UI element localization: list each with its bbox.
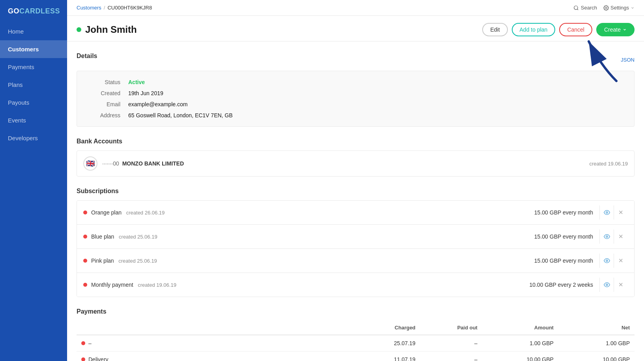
edit-button[interactable]: Edit — [482, 23, 507, 36]
breadcrumb: Customers / CU000HT6K9KJR8 — [77, 5, 573, 11]
json-link[interactable]: JSON — [621, 57, 635, 63]
logo: GOCARDLESS — [0, 0, 67, 23]
sidebar-item-developers[interactable]: Developers — [0, 129, 67, 147]
sub-name-3: Monthly payment created 19.06.19 — [91, 282, 529, 288]
payments-section-title: Payments — [77, 308, 107, 315]
sidebar-item-customers[interactable]: Customers — [0, 40, 67, 58]
payment-amount-1: 10.00 GBP — [482, 352, 558, 361]
settings-button[interactable]: Settings — [603, 5, 635, 11]
cancel-button[interactable]: Cancel — [559, 23, 592, 36]
sub-view-button-0[interactable] — [599, 205, 614, 220]
sub-amount-1: 15.00 GBP every month — [534, 233, 593, 240]
sub-name-1: Blue plan created 25.06.19 — [91, 233, 534, 240]
detail-label-created: Created — [89, 90, 120, 96]
content-area: Details JSON Status Active Created 19th … — [67, 41, 644, 361]
subscriptions-table: Orange plan created 26.06.19 15.00 GBP e… — [77, 200, 635, 297]
detail-row-address: Address 65 Goswell Road, London, EC1V 7E… — [89, 112, 622, 118]
payments-col-paidout: Paid out — [420, 321, 482, 335]
svg-point-2 — [605, 7, 607, 9]
logo-cardless: CARDLESS — [19, 7, 60, 15]
payment-amount-0: 1.00 GBP — [482, 335, 558, 352]
sidebar-item-home[interactable]: Home — [0, 23, 67, 40]
detail-row-status: Status Active — [89, 79, 622, 85]
sub-actions-2: ✕ — [599, 254, 628, 268]
search-icon — [573, 5, 579, 11]
bank-accounts-section-title: Bank Accounts — [77, 138, 122, 145]
payments-col-name — [77, 321, 356, 335]
sub-actions-3: ✕ — [599, 278, 628, 292]
sub-name-0: Orange plan created 26.06.19 — [91, 209, 534, 216]
detail-row-email: Email example@example.com — [89, 101, 622, 107]
sidebar: GOCARDLESS Home Customers Payments Plans… — [0, 0, 67, 361]
sub-close-button-3[interactable]: ✕ — [614, 278, 628, 292]
payments-table: Charged Paid out Amount Net – — [77, 321, 635, 361]
eye-icon — [604, 258, 610, 264]
payment-name-0: – — [77, 335, 356, 352]
bank-accounts-section: Bank Accounts 🇬🇧 ·······00 MONZO BANK LI… — [77, 138, 635, 177]
page-actions: Edit Add to plan Cancel Create — [482, 23, 635, 36]
svg-point-5 — [606, 236, 608, 237]
sub-close-button-0[interactable]: ✕ — [614, 205, 628, 220]
payment-paidout-0: – — [420, 335, 482, 352]
details-section-header: Details JSON — [77, 53, 635, 65]
bank-name: MONZO BANK LIMITED — [122, 160, 184, 167]
search-label: Search — [581, 5, 597, 11]
page-title-area: John Smith — [77, 24, 482, 35]
detail-value-email: example@example.com — [128, 101, 187, 107]
sidebar-item-plans[interactable]: Plans — [0, 76, 67, 94]
svg-line-1 — [577, 9, 578, 10]
subscription-row-3: Monthly payment created 19.06.19 10.00 G… — [77, 273, 634, 297]
sub-status-dot — [83, 235, 87, 239]
sub-amount-0: 15.00 GBP every month — [534, 209, 593, 216]
detail-value-created: 19th Jun 2019 — [128, 90, 163, 96]
sidebar-item-payments[interactable]: Payments — [0, 58, 67, 76]
subscription-row-2: Pink plan created 25.06.19 15.00 GBP eve… — [77, 249, 634, 273]
payments-col-charged: Charged — [356, 321, 420, 335]
sub-amount-2: 15.00 GBP every month — [534, 258, 593, 264]
details-section-title: Details — [77, 53, 97, 60]
bank-dots: ·······00 — [102, 160, 119, 167]
payments-header-row: Charged Paid out Amount Net — [77, 321, 635, 335]
sidebar-item-events[interactable]: Events — [0, 111, 67, 129]
svg-point-4 — [606, 212, 608, 213]
bank-flag: 🇬🇧 — [83, 156, 97, 171]
payment-net-0: 1.00 GBP — [558, 335, 635, 352]
add-to-plan-button[interactable]: Add to plan — [512, 23, 556, 36]
sub-close-button-2[interactable]: ✕ — [614, 254, 628, 268]
search-button[interactable]: Search — [573, 5, 597, 11]
create-button[interactable]: Create — [596, 23, 635, 36]
payment-name-1: Delivery — [77, 352, 356, 361]
payment-row-1: Delivery 11.07.19 – 10.00 GBP 10.00 GBP — [77, 352, 635, 361]
sidebar-nav: Home Customers Payments Plans Payouts Ev… — [0, 23, 67, 147]
subscription-row-1: Blue plan created 25.06.19 15.00 GBP eve… — [77, 225, 634, 249]
sub-view-button-1[interactable] — [599, 229, 614, 244]
sub-close-button-1[interactable]: ✕ — [614, 229, 628, 244]
payment-dot — [81, 357, 85, 361]
sub-amount-3: 10.00 GBP every 2 weeks — [529, 282, 593, 288]
sub-status-dot — [83, 211, 87, 214]
main-content: Customers / CU000HT6K9KJR8 Search Settin… — [67, 0, 644, 361]
logo-go: GO — [8, 7, 19, 15]
subscriptions-section: Subscriptions Orange plan created 26.06.… — [77, 188, 635, 297]
gear-icon — [603, 5, 609, 11]
eye-icon — [604, 282, 610, 288]
sub-name-2: Pink plan created 25.06.19 — [91, 258, 534, 264]
sub-actions-1: ✕ — [599, 229, 628, 244]
breadcrumb-current-id: CU000HT6K9KJR8 — [107, 5, 152, 11]
detail-value-address: 65 Goswell Road, London, EC1V 7EN, GB — [128, 112, 233, 118]
sidebar-item-payouts[interactable]: Payouts — [0, 94, 67, 111]
sub-view-button-2[interactable] — [599, 254, 614, 268]
payment-net-1: 10.00 GBP — [558, 352, 635, 361]
page-header: John Smith Edit Add to plan Cancel Creat… — [67, 16, 644, 41]
subscription-row-0: Orange plan created 26.06.19 15.00 GBP e… — [77, 201, 634, 225]
payments-col-amount: Amount — [482, 321, 558, 335]
subscriptions-section-title: Subscriptions — [77, 188, 119, 194]
sub-view-button-3[interactable] — [599, 278, 614, 292]
svg-point-6 — [606, 260, 608, 261]
payments-section: Payments Charged Paid out Amount Net — [77, 308, 635, 361]
breadcrumb-customers-link[interactable]: Customers — [77, 5, 101, 11]
detail-label-address: Address — [89, 112, 120, 118]
detail-value-status: Active — [128, 79, 145, 85]
svg-point-0 — [574, 6, 578, 9]
customer-status-dot — [77, 27, 81, 32]
